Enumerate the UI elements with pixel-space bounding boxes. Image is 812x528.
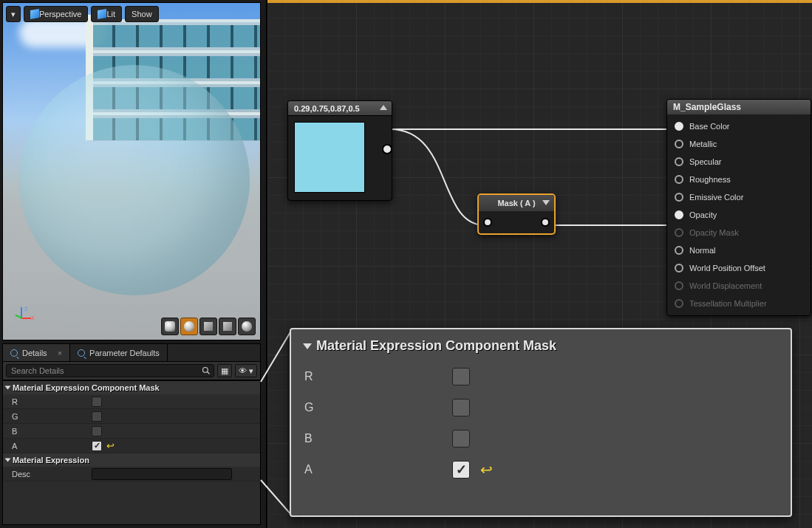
lit-button[interactable]: Lit <box>91 6 122 22</box>
node-title: Mask ( A ) <box>497 199 535 208</box>
input-pin[interactable] <box>675 157 683 166</box>
prop-label-a: A <box>12 442 92 450</box>
result-pin-row[interactable]: Metallic <box>667 135 811 153</box>
result-pin-row[interactable]: Specular <box>667 153 811 171</box>
input-pin[interactable] <box>675 281 683 290</box>
perspective-button[interactable]: Perspective <box>24 6 88 22</box>
pin-label: Opacity <box>689 210 717 219</box>
node-constant4vector[interactable]: 0.29,0.75,0.87,0.5 <box>287 100 392 201</box>
axis-gizmo: z x <box>12 307 34 329</box>
input-pin[interactable] <box>675 246 683 255</box>
search-icon <box>202 366 211 375</box>
callout-checkbox[interactable] <box>452 399 470 416</box>
input-pin[interactable] <box>675 140 683 148</box>
node-material-result[interactable]: M_SampleGlass Base ColorMetallicSpecular… <box>666 99 811 316</box>
view-options-button[interactable]: 👁 ▾ <box>235 364 257 377</box>
preview-mesh-buttons <box>161 318 256 335</box>
search-input[interactable]: Search Details <box>6 364 214 377</box>
collapse-icon[interactable] <box>542 200 550 205</box>
magnifier-callout: Material Expression Component Mask RGBA↩ <box>290 328 792 517</box>
section-title: Material Expression <box>13 456 89 464</box>
checkbox-a[interactable] <box>92 441 102 451</box>
result-pin-row[interactable]: Opacity Mask <box>667 224 811 241</box>
pin-label: Tessellation Multiplier <box>689 299 767 308</box>
parameters-icon <box>78 349 85 357</box>
result-pin-row[interactable]: Opacity <box>667 206 811 224</box>
preview-scene: z x <box>3 3 260 340</box>
preview-mesh-button[interactable] <box>238 318 256 335</box>
preview-viewport[interactable]: z x ▾ Perspective Lit Show <box>2 2 261 340</box>
property-matrix-button[interactable]: ▦ <box>217 364 232 377</box>
input-pin[interactable] <box>675 210 683 219</box>
pin-label: Normal <box>689 246 715 255</box>
collapse-icon[interactable] <box>380 105 387 110</box>
pin-label: Emissive Color <box>689 193 743 202</box>
section-header-material-expression[interactable]: Material Expression <box>3 453 260 467</box>
input-pin[interactable] <box>675 175 683 184</box>
prop-label-g: G <box>12 412 92 421</box>
viewport-options-button[interactable]: ▾ <box>6 6 21 22</box>
preview-cylinder-button[interactable] <box>161 318 179 335</box>
input-pin[interactable] <box>675 193 683 202</box>
preview-cube-button[interactable] <box>219 318 236 335</box>
result-pin-row[interactable]: Normal <box>667 241 811 259</box>
show-button[interactable]: Show <box>125 6 159 22</box>
pin-label: World Position Offset <box>689 264 765 272</box>
checkbox-b[interactable] <box>92 426 102 436</box>
details-panel: Material Expression Component Mask R G B… <box>2 380 261 525</box>
perspective-label: Perspective <box>39 10 81 18</box>
reset-to-default-icon[interactable]: ↩ <box>106 440 115 451</box>
callout-checkbox[interactable] <box>452 368 470 385</box>
checkbox-r[interactable] <box>92 397 102 407</box>
result-pin-row[interactable]: World Displacement <box>667 277 811 295</box>
callout-row: R <box>304 361 777 392</box>
input-pin[interactable] <box>675 228 683 237</box>
result-pin-row[interactable]: Roughness <box>667 171 811 188</box>
svg-line-1 <box>208 372 210 374</box>
tab-details-label: Details <box>22 349 47 357</box>
show-label: Show <box>132 10 152 18</box>
node-title: M_SampleGlass <box>673 102 741 112</box>
callout-row: G <box>304 392 777 423</box>
result-pin-row[interactable]: Emissive Color <box>667 188 811 206</box>
color-swatch[interactable] <box>294 122 365 193</box>
input-pin[interactable] <box>483 218 492 227</box>
input-pin[interactable] <box>675 122 683 131</box>
pin-label: World Displacement <box>689 281 762 290</box>
result-pin-row[interactable]: Base Color <box>667 117 811 135</box>
result-pin-row[interactable]: World Position Offset <box>667 259 811 277</box>
expand-icon <box>303 343 312 349</box>
reset-to-default-icon[interactable]: ↩ <box>480 461 493 479</box>
input-pin[interactable] <box>675 264 683 272</box>
result-pin-row[interactable]: Tessellation Multiplier <box>667 295 811 312</box>
callout-checkbox[interactable] <box>452 430 470 448</box>
prop-label-desc: Desc <box>12 470 92 479</box>
lit-label: Lit <box>106 10 115 18</box>
output-pin[interactable] <box>382 144 392 154</box>
preview-sphere-button[interactable] <box>180 318 198 335</box>
pin-label: Metallic <box>689 140 717 148</box>
expand-icon <box>5 459 11 462</box>
tab-details[interactable]: Details × <box>3 344 70 361</box>
node-title: 0.29,0.75,0.87,0.5 <box>294 104 360 113</box>
prop-label-b: B <box>12 427 92 436</box>
pin-label: Specular <box>689 157 721 166</box>
node-component-mask[interactable]: Mask ( A ) <box>477 193 556 235</box>
callout-checkbox[interactable] <box>452 461 470 479</box>
tab-parameter-defaults[interactable]: Parameter Defaults <box>70 344 168 361</box>
checkbox-g[interactable] <box>92 411 102 422</box>
section-header-component-mask[interactable]: Material Expression Component Mask <box>3 381 260 394</box>
close-icon[interactable]: × <box>58 349 62 357</box>
desc-input[interactable] <box>92 468 232 480</box>
output-pin[interactable] <box>541 218 550 227</box>
input-pin[interactable] <box>675 299 683 308</box>
callout-row: B <box>304 423 777 454</box>
tab-parameter-defaults-label: Parameter Defaults <box>89 349 160 357</box>
expand-icon <box>5 386 11 390</box>
search-placeholder: Search Details <box>11 366 64 375</box>
callout-label: G <box>304 401 452 414</box>
pin-label: Opacity Mask <box>689 228 739 237</box>
callout-row: A↩ <box>304 454 777 485</box>
callout-label: B <box>304 432 452 445</box>
preview-plane-button[interactable] <box>199 318 217 335</box>
